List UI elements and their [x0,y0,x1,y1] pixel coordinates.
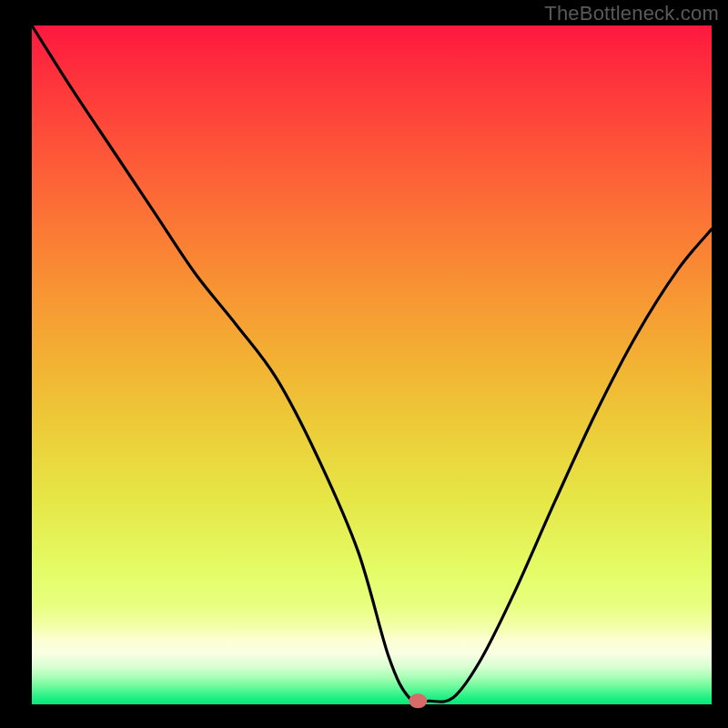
chart-frame: TheBottleneck.com [0,0,728,728]
chart-svg [0,0,728,728]
plot-background [32,25,712,704]
watermark-text: TheBottleneck.com [544,2,719,25]
optimal-marker [409,693,427,708]
